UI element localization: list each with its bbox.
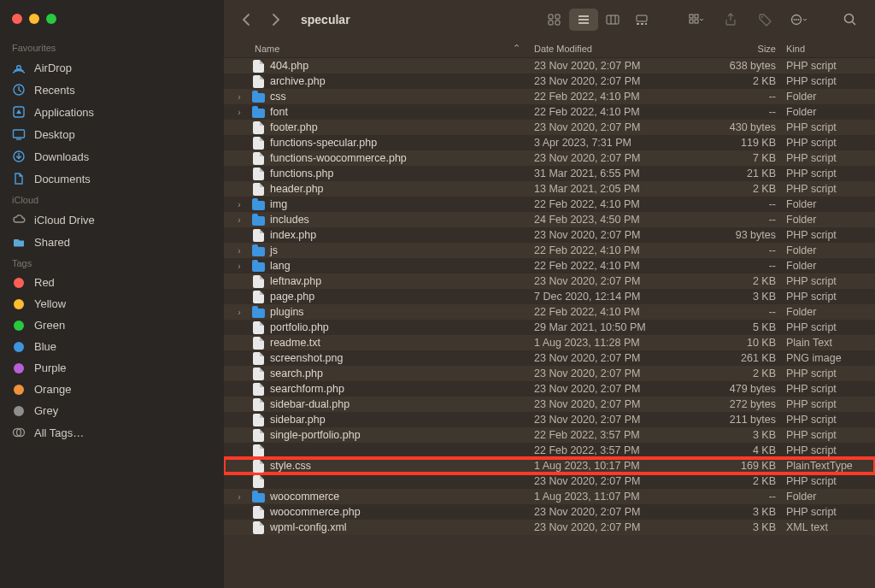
disclosure-chevron-icon[interactable]: › [232, 200, 246, 209]
file-size: -- [705, 214, 786, 226]
sidebar-item[interactable]: Shared [0, 231, 224, 253]
disclosure-chevron-icon[interactable]: › [232, 246, 246, 256]
sidebar-item[interactable]: Green [0, 315, 224, 336]
file-name: plugins [270, 306, 304, 318]
search-button[interactable] [836, 9, 865, 31]
disclosure-chevron-icon[interactable]: › [232, 108, 246, 117]
file-row[interactable]: page.php7 Dec 2020, 12:14 PM3 KBPHP scri… [224, 289, 875, 304]
file-row[interactable]: header.php13 Mar 2021, 2:05 PM2 KBPHP sc… [224, 181, 875, 197]
svg-rect-15 [607, 15, 619, 24]
file-name: page.php [270, 291, 314, 303]
file-row[interactable]: sidebar-dual.php23 Nov 2020, 2:07 PM272 … [224, 397, 875, 412]
maximize-icon[interactable] [46, 14, 56, 24]
disclosure-chevron-icon[interactable]: › [232, 262, 246, 271]
file-row[interactable]: searchform.php23 Nov 2020, 2:07 PM479 by… [224, 381, 875, 397]
file-row[interactable]: functions-woocommerce.php23 Nov 2020, 2:… [224, 150, 875, 166]
file-size: 2 KB [705, 368, 786, 379]
file-row[interactable]: leftnav.php23 Nov 2020, 2:07 PM2 KBPHP s… [224, 273, 875, 289]
file-row[interactable]: style.css1 Aug 2023, 10:17 PM169 KBPlain… [224, 458, 875, 473]
view-gallery-button[interactable] [627, 9, 656, 31]
file-row[interactable]: wpml-config.xml23 Nov 2020, 2:07 PM3 KBX… [224, 520, 875, 535]
disclosure-chevron-icon[interactable]: › [232, 308, 246, 317]
column-headers: Name⌃ Date Modified Size Kind [224, 39, 875, 58]
file-row[interactable]: functions.php31 Mar 2021, 6:55 PM21 KBPH… [224, 166, 875, 181]
file-name: screenshot.png [270, 352, 343, 364]
action-button[interactable] [784, 9, 813, 31]
file-row[interactable]: functions-specular.php3 Apr 2023, 7:31 P… [224, 135, 875, 150]
file-row[interactable]: search.php23 Nov 2020, 2:07 PM2 KBPHP sc… [224, 366, 875, 381]
file-size: 261 KB [705, 352, 786, 364]
forward-button[interactable] [263, 8, 287, 32]
disclosure-chevron-icon[interactable]: › [232, 215, 246, 225]
file-kind: PHP script [786, 137, 875, 149]
file-kind: PlainTextType [786, 460, 875, 472]
sidebar-item[interactable]: Yellow [0, 293, 224, 315]
disclosure-chevron-icon[interactable]: › [232, 92, 246, 102]
sidebar-item[interactable]: Blue [0, 336, 224, 357]
sidebar-item[interactable]: Orange [0, 379, 224, 400]
file-row[interactable]: index.php23 Nov 2020, 2:07 PM93 bytesPHP… [224, 227, 875, 243]
file-row[interactable]: woocommerce.php23 Nov 2020, 2:07 PM3 KBP… [224, 504, 875, 520]
group-button[interactable] [682, 9, 711, 31]
sidebar-item[interactable]: iCloud Drive [0, 209, 224, 231]
file-name: css [270, 91, 286, 103]
sidebar-item[interactable]: All Tags… [0, 421, 224, 444]
minimize-icon[interactable] [29, 14, 39, 24]
sidebar-item[interactable]: Downloads [0, 145, 224, 168]
file-row[interactable]: 23 Nov 2020, 2:07 PM2 KBPHP script [224, 473, 875, 489]
tag-button[interactable] [750, 9, 779, 31]
file-row[interactable]: ›woocommerce1 Aug 2023, 11:07 PM--Folder [224, 489, 875, 504]
file-row[interactable]: ›plugins22 Feb 2022, 4:10 PM--Folder [224, 304, 875, 320]
file-row[interactable]: footer.php23 Nov 2020, 2:07 PM430 bytesP… [224, 120, 875, 135]
file-row[interactable]: readme.txt1 Aug 2023, 11:28 PM10 KBPlain… [224, 335, 875, 350]
file-row[interactable]: ›css22 Feb 2022, 4:10 PM--Folder [224, 89, 875, 104]
col-date[interactable]: Date Modified [534, 44, 705, 54]
file-row[interactable]: sidebar.php23 Nov 2020, 2:07 PM211 bytes… [224, 412, 875, 427]
sidebar-item[interactable]: Documents [0, 168, 224, 190]
view-columns-button[interactable] [598, 9, 627, 31]
sidebar-item[interactable]: Desktop [0, 123, 224, 145]
file-icon [251, 474, 265, 488]
view-list-button[interactable] [569, 9, 598, 31]
close-icon[interactable] [12, 14, 22, 24]
sidebar-item[interactable]: Applications [0, 101, 224, 123]
file-row[interactable]: archive.php23 Nov 2020, 2:07 PM2 KBPHP s… [224, 74, 875, 89]
col-size[interactable]: Size [705, 44, 786, 54]
file-row[interactable]: ›lang22 Feb 2022, 4:10 PM--Folder [224, 258, 875, 273]
share-button[interactable] [716, 9, 745, 31]
file-row[interactable]: ›font22 Feb 2022, 4:10 PM--Folder [224, 104, 875, 120]
file-row[interactable]: single-portfolio.php22 Feb 2022, 3:57 PM… [224, 427, 875, 443]
sidebar-item[interactable]: Grey [0, 400, 224, 421]
file-icon [251, 228, 265, 242]
file-row[interactable]: screenshot.png23 Nov 2020, 2:07 PM261 KB… [224, 350, 875, 366]
col-name[interactable]: Name⌃ [255, 43, 534, 54]
back-button[interactable] [234, 8, 258, 32]
view-icons-button[interactable] [540, 9, 569, 31]
file-name: portfolio.php [270, 321, 329, 333]
disclosure-chevron-icon[interactable]: › [232, 492, 246, 502]
file-kind: XML text [786, 521, 875, 533]
file-row[interactable]: ›includes24 Feb 2023, 4:50 PM--Folder [224, 212, 875, 227]
file-row[interactable]: 22 Feb 2022, 3:57 PM4 KBPHP script [224, 443, 875, 458]
svg-rect-25 [695, 20, 698, 23]
sidebar-item[interactable]: AirDrop [0, 56, 224, 79]
file-row[interactable]: ›js22 Feb 2022, 4:10 PM--Folder [224, 243, 875, 258]
file-row[interactable]: portfolio.php29 Mar 2021, 10:50 PM5 KBPH… [224, 320, 875, 335]
file-name: search.php [270, 368, 323, 379]
svg-point-29 [796, 19, 797, 21]
file-kind: Folder [786, 244, 875, 256]
file-size: 2 KB [705, 183, 786, 195]
file-name: archive.php [270, 75, 326, 87]
sidebar-item[interactable]: Purple [0, 357, 224, 379]
sidebar-item[interactable]: Recents [0, 79, 224, 101]
file-icon [251, 151, 265, 165]
file-icon [251, 290, 265, 303]
svg-point-30 [798, 19, 800, 21]
col-kind[interactable]: Kind [786, 44, 875, 54]
file-icon [251, 428, 265, 442]
sidebar-item[interactable]: Red [0, 272, 224, 293]
file-row[interactable]: ›img22 Feb 2022, 4:10 PM--Folder [224, 197, 875, 212]
file-row[interactable]: 404.php23 Nov 2020, 2:07 PM638 bytesPHP … [224, 58, 875, 74]
file-date: 23 Nov 2020, 2:07 PM [534, 275, 705, 287]
file-kind: PHP script [786, 275, 875, 287]
